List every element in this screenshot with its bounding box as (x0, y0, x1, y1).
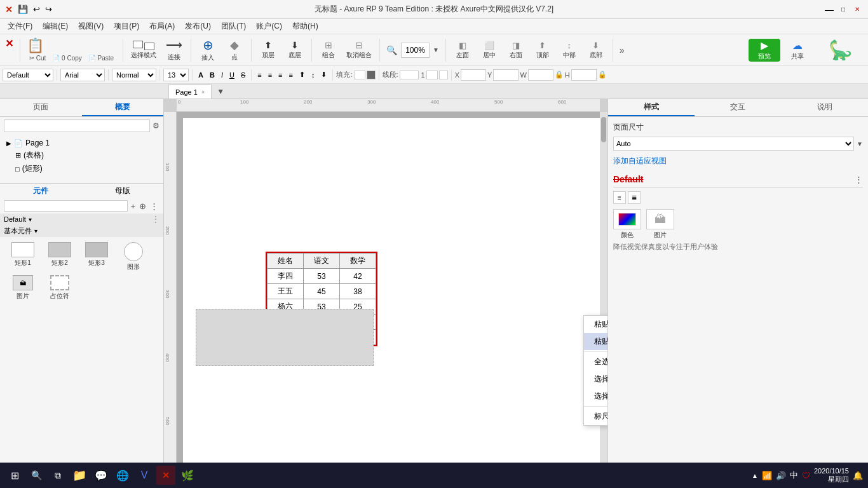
tray-up-icon[interactable]: ▲ (752, 472, 758, 479)
network-icon[interactable]: 📶 (762, 471, 772, 480)
cut-btn[interactable]: ✂ Cut (27, 54, 48, 62)
bold-B-btn[interactable]: B (207, 71, 217, 79)
align-icon-left[interactable]: ≡ (613, 191, 626, 204)
widget-menu-btn[interactable]: ⋮ (149, 201, 159, 211)
canvas-page[interactable]: 姓名 语文 数学 李四 53 42 (183, 118, 607, 463)
zoom-dropdown-icon[interactable]: ▼ (433, 46, 439, 53)
panel-tab-pages[interactable]: 页面 (0, 99, 82, 116)
axure-btn[interactable]: ✕ (156, 466, 175, 485)
page-tab-1-close[interactable]: × (201, 89, 205, 95)
input-method-label[interactable]: 中 (790, 470, 798, 481)
line-style-box2[interactable] (439, 71, 448, 79)
ctx-select-below[interactable]: 选择下方全部(B) (584, 388, 607, 405)
widget-rect3[interactable]: 矩形3 (80, 242, 113, 271)
fill-color-dark[interactable] (367, 71, 376, 79)
close-btn[interactable]: ✕ (851, 4, 863, 15)
windows-start-btn[interactable]: ⊞ (5, 466, 24, 485)
minimize-btn[interactable]: — (824, 4, 835, 15)
volume-icon[interactable]: 🔊 (776, 471, 786, 480)
italic-btn[interactable]: I (219, 71, 226, 79)
bold-btn[interactable]: A (196, 71, 206, 79)
select-mode-btn[interactable]: 选择模式 (127, 36, 160, 64)
vpn-btn[interactable]: V (135, 466, 154, 485)
menu-file[interactable]: 文件(F) (3, 20, 37, 33)
right-tab-note[interactable]: 说明 (782, 99, 868, 116)
menu-edit[interactable]: 编辑(E) (37, 20, 73, 33)
widget-rect2[interactable]: 矩形2 (43, 242, 76, 271)
widget-group-basic[interactable]: 基本元件 ▾ (0, 225, 163, 237)
zoom-input[interactable]: 100% (401, 43, 430, 58)
line-color-box[interactable] (400, 71, 419, 79)
ctx-ruler-grid[interactable]: 标尺·网格·辅助线 ▶ (584, 408, 607, 425)
font-family-select[interactable]: Arial (60, 69, 105, 81)
widget-tab-masters[interactable]: 母版 (82, 184, 164, 198)
copy-btn[interactable]: 📄 0 Copy (50, 54, 84, 62)
ctx-select-all[interactable]: 全选(S) (584, 353, 607, 370)
align-top-btn[interactable]: ⬆ 顶部 (530, 36, 555, 64)
align-icon-right[interactable]: ≣ (628, 191, 641, 204)
align-center-btn[interactable]: ⬜ 居中 (477, 36, 502, 64)
right-tab-style[interactable]: 样式 (608, 99, 695, 116)
fill-color-box[interactable] (354, 71, 365, 79)
widget-add-btn[interactable]: + (129, 201, 137, 211)
font-style-select[interactable]: Normal (112, 69, 156, 81)
underline-btn[interactable]: U (227, 71, 237, 79)
align-right-btn[interactable]: ◨ 右面 (503, 36, 529, 64)
size-select[interactable]: Auto (613, 137, 854, 151)
ctx-select-above[interactable]: 选择上方全部(A) (584, 370, 607, 388)
panel-filter-icon[interactable]: ⚙ (153, 121, 159, 130)
group-btn[interactable]: ⊞ 组合 (316, 36, 341, 64)
align-middle-btn[interactable]: ↕ 中部 (557, 36, 582, 64)
insert-btn[interactable]: ⊕ 插入 (195, 36, 220, 64)
preview-btn[interactable]: ▶ 预览 (749, 39, 780, 62)
redo-icon[interactable]: ↪ (45, 4, 52, 14)
menu-publish[interactable]: 发布(U) (180, 20, 216, 33)
strike-btn[interactable]: S (238, 71, 248, 79)
menu-project[interactable]: 项目(P) (109, 20, 144, 33)
page-tab-1[interactable]: Page 1 × (168, 85, 212, 98)
text-align-justify[interactable]: ≡ (287, 71, 295, 79)
widget-tab-components[interactable]: 元件 (0, 184, 82, 198)
menu-account[interactable]: 账户(C) (251, 20, 287, 33)
tab-dropdown-btn[interactable]: ▼ (217, 87, 224, 96)
lock-h-icon[interactable]: 🔒 (598, 71, 607, 79)
point-btn[interactable]: ◆ 点 (222, 36, 247, 64)
style-image-item[interactable]: 🏔 图片 (646, 209, 674, 240)
save-icon[interactable]: 💾 (18, 4, 28, 14)
share-btn[interactable]: ☁ 共享 (782, 39, 813, 62)
ctx-paste-options[interactable]: 粘贴选项 ▶ (584, 333, 607, 350)
wechat-btn[interactable]: 💬 (92, 466, 111, 485)
y-input[interactable] (493, 69, 519, 81)
widget-group-default-action[interactable]: ⋮ (152, 215, 159, 224)
text-align-left[interactable]: ≡ (255, 71, 264, 79)
text-align-right[interactable]: ≡ (276, 71, 285, 79)
more-btn[interactable]: » (617, 45, 627, 55)
file-explorer-btn[interactable]: 📁 (70, 466, 89, 485)
line-style-box1[interactable] (426, 71, 438, 79)
canvas-area[interactable]: 0 100 200 300 400 500 600 100 200 300 40… (164, 99, 607, 463)
menu-layout[interactable]: 布局(A) (144, 20, 180, 33)
widget-circle[interactable]: 图形 (117, 242, 150, 271)
h-input[interactable] (571, 69, 597, 81)
widget-copy-btn[interactable]: ⊕ (138, 201, 147, 211)
ctx-paste[interactable]: 粘贴(P) (584, 316, 607, 333)
menu-help[interactable]: 帮助(H) (287, 20, 323, 33)
panel-search-input[interactable] (4, 119, 150, 132)
ungroup-btn[interactable]: ⊟ 取消组合 (342, 36, 376, 64)
connect-btn[interactable]: ⟶ 连接 (161, 36, 187, 64)
antivirus-icon[interactable]: 🛡 (802, 471, 810, 480)
text-valign-top[interactable]: ⬆ (297, 70, 308, 79)
widget-group-default[interactable]: Default ▾ ⋮ (0, 214, 163, 225)
menu-team[interactable]: 团队(T) (216, 20, 251, 33)
search-taskbar-btn[interactable]: 🔍 (27, 466, 46, 485)
datetime-display[interactable]: 2020/10/15 星期四 (814, 467, 849, 484)
bottom-layer-btn[interactable]: ⬇ 底层 (282, 36, 308, 64)
text-valign-bot[interactable]: ⬇ (318, 70, 329, 79)
tree-page1[interactable]: ▶ 📄 Page 1 (4, 137, 159, 149)
top-layer-btn[interactable]: ⬆ 顶层 (255, 36, 281, 64)
font-size-select[interactable]: 13 (163, 69, 189, 81)
default-action-icon[interactable]: ⋮ (855, 175, 863, 184)
undo-icon[interactable]: ↩ (33, 4, 40, 14)
widget-placeholder[interactable]: 占位符 (43, 275, 76, 301)
size-dropdown-icon[interactable]: ▼ (857, 140, 863, 147)
